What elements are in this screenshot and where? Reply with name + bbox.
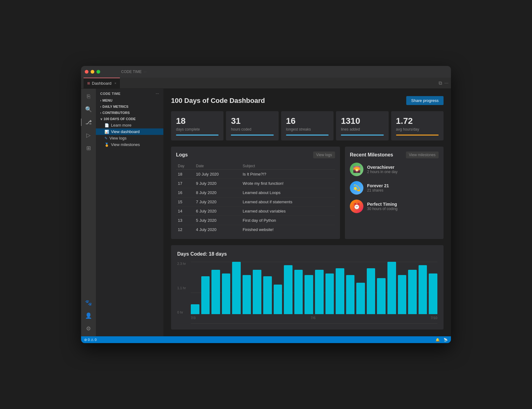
logs-title: Logs [176,152,188,158]
logs-card: Logs View logs Day Date Subject 18 10 [171,147,340,239]
milestone-badge: ⏰ [350,200,363,213]
milestones-card: Recent Milestones View milestones 🌄 Over… [345,147,444,239]
milestone-info: Perfect Timing 30 hours of coding [367,202,398,211]
activity-search[interactable]: 🔍 [83,104,94,115]
table-row[interactable]: 12 4 July 2020 Finished website! [176,225,335,234]
warning-count: 0 [95,338,96,342]
milestone-item[interactable]: 💫 Forever 21 21 shares [350,181,439,195]
milestone-desc: 2 hours in one day [367,170,398,174]
cell-day: 14 [176,207,194,216]
more-icon[interactable]: ··· [444,80,448,86]
table-row[interactable]: 15 7 July 2020 Learned about if statemen… [176,197,335,207]
sidebar-item-logs[interactable]: ✎ View logs [96,135,163,141]
bar-col [253,270,261,314]
error-count: 0 [88,338,90,342]
cell-date: 5 July 2020 [194,216,241,225]
tab-close-icon[interactable]: × [115,82,117,85]
sidebar-section-contributors[interactable]: › CONTRIBUTORS [96,110,163,116]
milestone-badge: 🌄 [350,163,363,176]
milestone-item[interactable]: 🌄 Overachiever 2 hours in one day [350,163,439,176]
cell-subject: First day of Python [241,216,335,225]
split-editor-icon[interactable]: ⧉ [439,80,442,86]
col-subject: Subject [241,163,335,170]
notification-icon[interactable]: 🔔 [436,338,440,342]
stat-label-hours: hours coded [231,127,273,132]
view-milestones-link[interactable]: View milestones [406,152,439,158]
dashboard-title: 100 Days of Code Dashboard [171,97,265,105]
bar-col [419,265,427,314]
activity-source-control[interactable]: ⎇ [83,117,94,128]
sidebar-section-menu[interactable]: › MENU [96,97,163,103]
activity-account[interactable]: 👤 [83,310,94,321]
close-button[interactable] [85,70,88,74]
table-row[interactable]: 16 8 July 2020 Learned about Loops [176,188,335,197]
cell-day: 18 [176,170,194,179]
milestone-name: Overachiever [367,165,398,170]
share-progress-button[interactable]: Share progress [406,96,444,105]
bar-col [356,283,365,314]
table-row[interactable]: 17 9 July 2020 Wrote my first function! [176,179,335,188]
sidebar-section-daily[interactable]: › DAILY METRICS [96,103,163,110]
activity-explorer[interactable]: ⎘ [83,91,94,102]
table-row[interactable]: 13 5 July 2020 First day of Python [176,216,335,225]
y-label-bot: 0 hr [177,310,190,314]
milestone-desc: 21 shares [367,188,389,192]
bar-col [315,270,324,314]
y-label-mid: 1.1 hr [177,286,190,290]
stat-bar-avg [396,135,439,136]
app-window: CODE TIME ··· ⊞ Dashboard × ⧉ ··· ⎘ 🔍 ⎇ … [81,66,451,343]
table-row[interactable]: 18 10 July 2020 Is It Prime?!? [176,170,335,179]
bar-col [294,270,303,314]
sidebar-item-learn[interactable]: 📄 Learn more [96,122,163,128]
chevron-right-icon: › [100,105,101,108]
cell-date: 6 July 2020 [194,207,241,216]
milestones-list: 🌄 Overachiever 2 hours in one day 💫 Fore… [350,163,439,213]
maximize-button[interactable] [96,70,100,74]
chevron-right-icon: › [100,111,101,115]
stat-value-days: 18 [176,116,219,126]
bar-col [429,273,437,314]
chart-x-labels: 7/3 7/6 7/10 [191,316,437,323]
activity-extensions[interactable]: ⊞ [83,143,94,153]
stat-bar-hours [231,135,273,136]
stat-bar-lines [341,135,383,136]
chart-card: Days Coded: 18 days 2.3 hr 1.1 hr 0 hr [171,245,444,330]
bar-col [284,265,293,314]
sidebar-section-contributors-label: CONTRIBUTORS [102,111,129,115]
status-errors[interactable]: ⊘ 0 ⚠ 0 [84,338,96,342]
stat-value-streaks: 16 [286,116,329,126]
sidebar-item-milestones[interactable]: 🏅 View milestones [96,141,163,148]
activity-debug[interactable]: ▷ [83,130,94,140]
milestone-item[interactable]: ⏰ Perfect Timing 30 hours of coding [350,200,439,213]
bar-col [305,275,313,314]
broadcast-icon[interactable]: 📡 [444,338,448,342]
sidebar-item-dashboard[interactable]: 📊 View dashboard [96,128,163,135]
cell-subject: Learned about variables [241,207,335,216]
sidebar-section-100days[interactable]: ∨ 100 DAYS OF CODE [96,116,163,122]
sidebar-section-100days-label: 100 DAYS OF CODE [104,117,136,121]
bar-col [387,262,396,314]
bar-col [211,270,220,314]
milestone-name: Perfect Timing [367,202,398,207]
sidebar-more-icon[interactable]: ··· [156,92,159,95]
table-row[interactable]: 14 6 July 2020 Learned about variables [176,207,335,216]
bar-col [408,270,417,314]
milestone-info: Overachiever 2 hours in one day [367,165,398,174]
bar-col [325,273,334,314]
activity-settings[interactable]: ⚙ [83,323,94,334]
chart-title: Days Coded: 18 days [177,251,437,257]
cell-day: 13 [176,216,194,225]
dashboard-tab[interactable]: ⊞ Dashboard × [84,78,120,89]
activity-remote[interactable]: 🐾 [83,298,94,308]
col-day: Day [176,163,194,170]
lower-section: Logs View logs Day Date Subject 18 10 [171,147,444,239]
bar-col [377,278,386,314]
chart-area [191,262,437,314]
error-icon: ⊘ [84,338,87,342]
view-logs-link[interactable]: View logs [313,152,335,158]
chevron-down-icon: ∨ [100,117,102,121]
milestones-title: Recent Milestones [350,152,393,158]
sidebar-header: CODE TIME ··· [96,89,163,97]
sidebar-title: CODE TIME [121,70,141,74]
minimize-button[interactable] [91,70,94,74]
